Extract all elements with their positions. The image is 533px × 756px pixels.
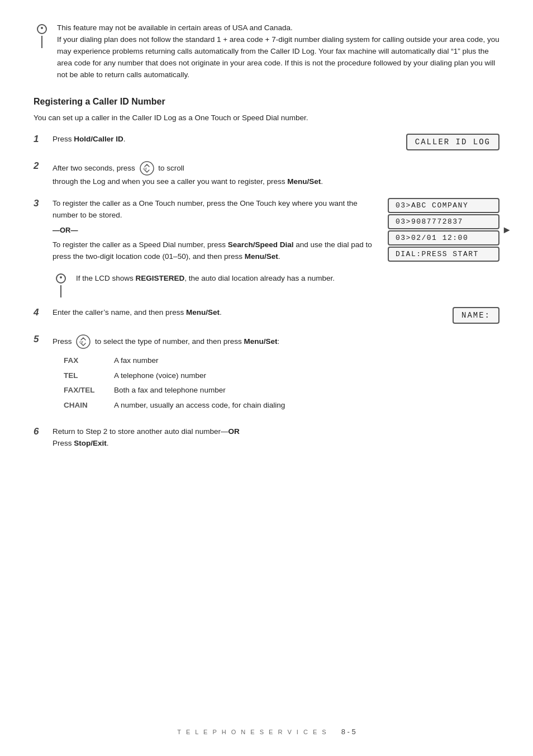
type-row-faxtel: FAX/TEL Both a fax and telephone number [64, 385, 499, 396]
step-3-text-end: . [278, 252, 280, 261]
step-1-text-before: Press [53, 135, 74, 143]
type-desc-tel: A telephone (voice) number [114, 370, 206, 382]
step-3-content: To register the caller as a One Touch nu… [53, 198, 374, 263]
step-6-text-after: . [107, 439, 109, 447]
type-label-fax: FAX [64, 355, 114, 367]
type-table: FAX A fax number TEL A telephone (voice)… [64, 355, 499, 412]
step-3-number: 3 [34, 198, 47, 209]
step-5: 5 Press or to select the type of number,… [34, 334, 499, 417]
step-6-content: Return to Step 2 to store another auto d… [53, 426, 499, 450]
note-text: This feature may not be available in cer… [57, 22, 499, 81]
step-4-text-before: Enter the caller’s name, and then press [53, 308, 186, 316]
type-label-tel: TEL [64, 370, 114, 382]
lcd-name: NAME: [453, 307, 499, 324]
step-4-number: 4 [34, 307, 47, 318]
step-3-lcd-container: 03>ABC COMPANY 03>9087772837 03>02/01 12… [388, 198, 499, 262]
note-p2: If your dialing plan does not follow the… [57, 35, 499, 79]
step-3: 3 To register the caller as a One Touch … [34, 198, 499, 263]
step-2-content: After two seconds, press or to scroll th… [53, 160, 499, 188]
step-6-bold2: Stop/Exit [74, 439, 107, 447]
step-2-text-part3: through the Log and when you see a calle… [53, 177, 287, 186]
page-footer: T E L E P H O N E S E R V I C E S 8 - 5 [0, 727, 533, 736]
note-registered: If the LCD shows REGISTERED, the auto di… [53, 273, 499, 299]
note-registered-text: If the LCD shows REGISTERED, the auto di… [76, 273, 499, 285]
step-2-text-part1: After two seconds, press [53, 163, 135, 172]
type-desc-chain: A number, usually an access code, for ch… [114, 400, 285, 412]
step-6: 6 Return to Step 2 to store another auto… [34, 426, 499, 450]
type-label-chain: CHAIN [64, 400, 114, 412]
note-icon-2 [53, 273, 70, 299]
section-heading: Registering a Caller ID Number [34, 97, 499, 107]
step-2-number: 2 [34, 160, 47, 172]
lcd-row-2: 03>02/01 12:00 [388, 230, 499, 245]
scroll-icon-step2: or [139, 160, 155, 176]
step-5-text-part3: : [277, 337, 279, 345]
step-4: 4 Enter the caller’s name, and then pres… [34, 307, 499, 324]
step-3-bold1: Search/Speed Dial [228, 240, 294, 249]
step-3-text-after-or: To register the caller as a Speed Dial n… [53, 240, 228, 249]
type-row-chain: CHAIN A number, usually an access code, … [64, 400, 499, 412]
step-3-left: 3 To register the caller as a One Touch … [34, 198, 374, 263]
step-5-text-part2: to select the type of number, and then p… [95, 337, 244, 345]
step-4-content: Enter the caller’s name, and then press … [53, 307, 439, 319]
note-registered-bold: REGISTERED [136, 274, 185, 282]
footer-page: 8 - 5 [341, 727, 356, 736]
step-3-bold2: Menu/Set [245, 252, 278, 261]
note-p1: This feature may not be available in cer… [57, 23, 293, 32]
svg-point-7 [60, 276, 62, 278]
type-desc-faxtel: Both a fax and telephone number [114, 385, 226, 396]
step-2: 2 After two seconds, press or to scroll … [34, 160, 499, 188]
step-5-number: 5 [34, 334, 47, 345]
scroll-icon-step5: or [75, 334, 91, 349]
step-5-content: Press or to select the type of number, a… [53, 334, 499, 417]
note-block: This feature may not be available in cer… [34, 22, 499, 81]
svg-point-2 [41, 27, 43, 29]
step-2-text-after: . [321, 177, 323, 186]
step-3-or: —OR— [53, 225, 374, 236]
type-row-fax: FAX A fax number [64, 355, 499, 367]
type-row-tel: TEL A telephone (voice) number [64, 370, 499, 382]
step-1-bold: Hold/Caller ID [74, 135, 123, 143]
lcd-arrow-icon: ► [502, 224, 512, 235]
step-5-bold: Menu/Set [244, 337, 277, 345]
step-6-text-before: Return to Step 2 to store another auto d… [53, 427, 228, 436]
step-5-text-part1: Press [53, 337, 72, 345]
step-4-left: 4 Enter the caller’s name, and then pres… [34, 307, 439, 319]
step-2-bold: Menu/Set [287, 177, 321, 186]
step-4-bold: Menu/Set [186, 308, 220, 316]
step-6-number: 6 [34, 426, 47, 437]
step-1-content: Press Hold/Caller ID. [53, 134, 393, 145]
type-label-faxtel: FAX/TEL [64, 385, 114, 396]
step-3-text-before-or: To register the caller as a One Touch nu… [53, 199, 358, 219]
step-6-bold1: OR [228, 427, 239, 436]
step-1-left: 1 Press Hold/Caller ID. [34, 134, 393, 145]
lcd-row-1: 03>9087772837 [388, 214, 499, 229]
page-content: This feature may not be available in cer… [34, 22, 499, 450]
step-2-text-part2: to scroll [158, 163, 184, 172]
svg-text:or: or [143, 166, 147, 171]
lcd-row-0: 03>ABC COMPANY [388, 198, 499, 213]
note-registered-text-after: , the auto dial location already has a n… [184, 274, 335, 282]
note-icon [34, 23, 51, 50]
step-4-text-after: . [220, 308, 222, 316]
step-1-lcd-container: CALLER ID LOG [406, 134, 499, 150]
step-1-number: 1 [34, 134, 47, 145]
step-1-text-after: . [123, 135, 126, 143]
step-4-lcd-container: NAME: [453, 307, 499, 324]
step-1: 1 Press Hold/Caller ID. CALLER ID LOG [34, 134, 499, 150]
lcd-row-3: DIAL:PRESS START [388, 247, 499, 262]
note-registered-text-before: If the LCD shows [76, 274, 136, 282]
section-intro: You can set up a caller in the Caller ID… [34, 112, 499, 124]
lcd-caller-id-log: CALLER ID LOG [406, 134, 499, 150]
lcd-multi-step3: 03>ABC COMPANY 03>9087772837 03>02/01 12… [388, 198, 499, 262]
svg-text:or: or [79, 339, 83, 344]
footer-label: T E L E P H O N E S E R V I C E S [177, 729, 327, 735]
type-desc-fax: A fax number [114, 355, 159, 367]
